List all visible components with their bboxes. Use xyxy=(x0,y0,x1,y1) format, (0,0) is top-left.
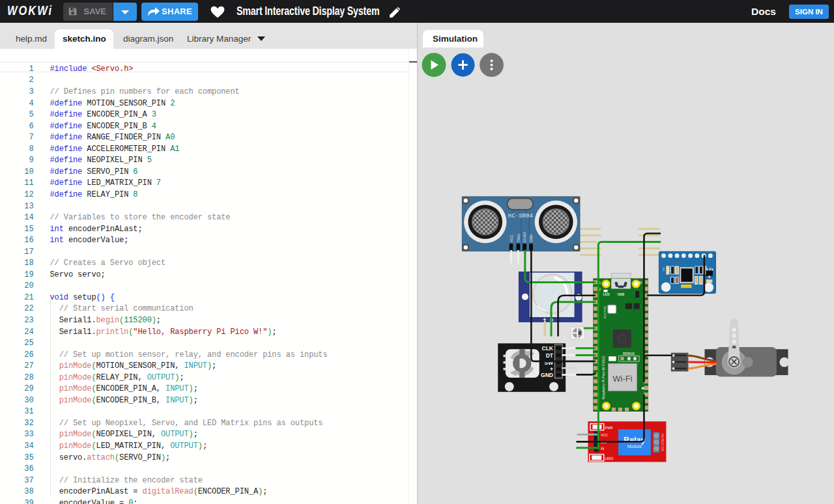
svg-text:USB: USB xyxy=(618,292,625,296)
svg-text:TRIG: TRIG xyxy=(517,234,521,242)
svg-text:IN: IN xyxy=(601,447,604,451)
svg-text:VCC: VCC xyxy=(510,235,513,242)
svg-text:NO COM NC: NO COM NC xyxy=(661,432,665,451)
svg-text:DT: DT xyxy=(546,352,554,359)
svg-text:CLK: CLK xyxy=(542,345,554,352)
svg-text:PWR: PWR xyxy=(605,426,613,430)
svg-text:LED: LED xyxy=(603,292,610,296)
svg-text:GND: GND xyxy=(529,234,533,242)
svg-text:39: 39 xyxy=(639,281,642,285)
svg-text:INT: INT xyxy=(663,266,665,271)
svg-text:DEBUG: DEBUG xyxy=(623,352,635,356)
svg-text:SW: SW xyxy=(544,359,554,366)
svg-text:VCC: VCC xyxy=(601,433,608,437)
svg-text:Raspberry Pi Pico W ©2022: Raspberry Pi Pico W ©2022 xyxy=(601,356,605,399)
svg-text:Module: Module xyxy=(627,444,642,449)
svg-text:BOOTSEL: BOOTSEL xyxy=(603,305,607,318)
svg-text:HC-SR04: HC-SR04 xyxy=(508,213,534,219)
svg-text:Wi-Fi: Wi-Fi xyxy=(612,374,632,384)
svg-text:ECHO: ECHO xyxy=(523,232,526,242)
svg-text:Relay: Relay xyxy=(624,436,645,445)
svg-text:LED1: LED1 xyxy=(605,456,614,460)
svg-text:GND: GND xyxy=(541,372,553,378)
